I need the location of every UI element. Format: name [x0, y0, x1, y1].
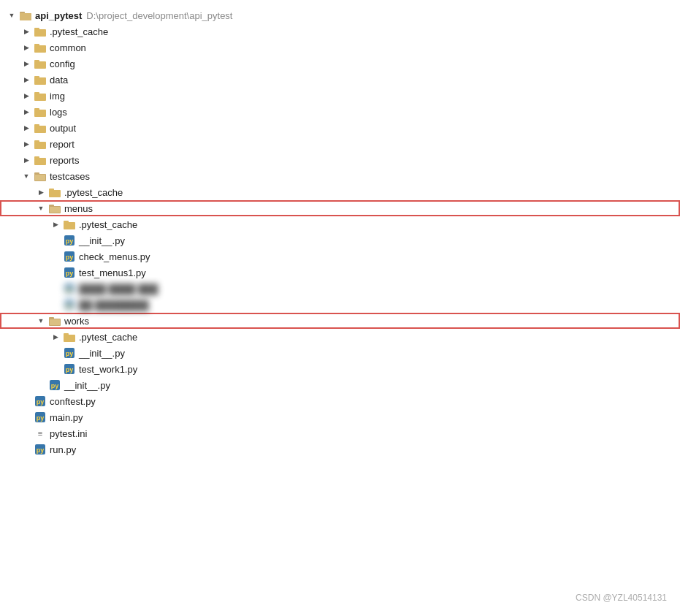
img-arrow[interactable] — [20, 90, 32, 102]
init-tc-label: __init__.py — [64, 380, 110, 391]
main-icon: py — [34, 411, 47, 423]
test-work1-label: test_work1.py — [79, 364, 137, 375]
init-menus-icon: py — [63, 235, 76, 246]
config-icon — [34, 58, 47, 69]
pytest-cache-tc-arrow[interactable] — [35, 186, 47, 198]
svg-rect-42 — [49, 317, 54, 319]
svg-rect-22 — [34, 172, 39, 175]
init-tc-item[interactable]: py __init__.py — [0, 377, 680, 393]
pytest-cache-works-arrow[interactable] — [50, 331, 61, 343]
check-menus-label: check_menus.py — [79, 251, 150, 262]
test-work1-icon: py — [63, 363, 76, 375]
run-item[interactable]: py run.py — [0, 441, 680, 457]
svg-rect-5 — [34, 45, 46, 53]
reports-label: reports — [50, 155, 79, 166]
output-arrow[interactable] — [20, 122, 32, 134]
init-works-icon: py — [63, 347, 76, 359]
main-item[interactable]: py main.py — [0, 409, 680, 425]
svg-rect-19 — [34, 158, 46, 165]
pytest-cache-tc-item[interactable]: .pytest_cache — [0, 184, 680, 200]
init-works-item[interactable]: py __init__.py — [0, 345, 680, 361]
pytest-cache-root-label: .pytest_cache — [50, 26, 108, 37]
pytest-ini-item[interactable]: ≡ pytest.ini — [0, 425, 680, 441]
pytest-cache-menus-arrow[interactable] — [50, 218, 61, 230]
svg-text:py: py — [66, 302, 74, 309]
common-arrow[interactable] — [20, 42, 32, 53]
pytest-cache-root-item[interactable]: .pytest_cache — [0, 23, 680, 39]
file-tree: api_pytest D:\project_development\api_py… — [0, 0, 680, 465]
svg-text:py: py — [66, 366, 74, 373]
blurred-item-1: py ████ ████ ███ — [0, 281, 680, 297]
root-folder[interactable]: api_pytest D:\project_development\api_py… — [0, 7, 680, 23]
init-menus-item[interactable]: py __init__.py — [0, 232, 680, 248]
run-label: run.py — [50, 444, 76, 455]
test-menus1-item[interactable]: py test_menus1.py — [0, 265, 680, 281]
pytest-cache-works-icon — [63, 332, 76, 342]
output-item[interactable]: output — [0, 120, 680, 136]
report-label: report — [50, 139, 75, 150]
logs-icon — [34, 107, 47, 117]
test-work1-item[interactable]: py test_work1.py — [0, 361, 680, 377]
report-arrow[interactable] — [20, 138, 32, 150]
svg-text:py: py — [37, 414, 45, 422]
svg-rect-7 — [34, 61, 46, 69]
reports-arrow[interactable] — [20, 154, 32, 166]
testcases-icon — [34, 171, 47, 181]
svg-rect-17 — [34, 142, 46, 149]
svg-rect-4 — [34, 28, 39, 30]
svg-rect-6 — [34, 44, 39, 46]
menus-icon — [48, 203, 61, 213]
report-item[interactable]: report — [0, 136, 680, 152]
blurred-item-2: py ██ ████████ — [0, 297, 680, 313]
svg-rect-43 — [50, 319, 60, 325]
img-item[interactable]: img — [0, 88, 680, 104]
pytest-cache-works-item[interactable]: .pytest_cache — [0, 329, 680, 345]
svg-text:py: py — [66, 270, 74, 277]
logs-arrow[interactable] — [20, 106, 32, 118]
pytest-cache-tc-icon — [48, 187, 61, 197]
svg-rect-11 — [34, 94, 46, 101]
svg-rect-18 — [34, 140, 39, 142]
logs-label: logs — [50, 107, 67, 118]
check-menus-item[interactable]: py check_menus.py — [0, 248, 680, 265]
svg-rect-29 — [64, 222, 75, 229]
testcases-item[interactable]: testcases — [0, 168, 680, 184]
works-item[interactable]: works — [0, 313, 680, 329]
test-menus1-icon: py — [63, 267, 76, 278]
svg-rect-30 — [64, 221, 69, 223]
config-arrow[interactable] — [20, 58, 32, 69]
svg-rect-28 — [50, 207, 60, 213]
testcases-arrow[interactable] — [20, 170, 32, 182]
svg-text:py: py — [66, 254, 74, 261]
svg-rect-45 — [64, 333, 69, 335]
logs-item[interactable]: logs — [0, 104, 680, 120]
main-label: main.py — [50, 412, 83, 423]
svg-text:py: py — [66, 286, 74, 293]
check-menus-icon: py — [63, 251, 76, 262]
svg-rect-13 — [34, 110, 46, 117]
works-arrow[interactable] — [35, 315, 47, 327]
run-icon: py — [34, 444, 47, 455]
root-path: D:\project_development\api_pytest — [86, 10, 232, 21]
menus-arrow[interactable] — [35, 202, 47, 214]
svg-rect-23 — [35, 175, 45, 180]
conftest-item[interactable]: py conftest.py — [0, 393, 680, 409]
config-item[interactable]: config — [0, 56, 680, 72]
pytest-cache-menus-item[interactable]: .pytest_cache — [0, 216, 680, 232]
output-label: output — [50, 123, 76, 134]
init-tc-icon: py — [48, 379, 61, 391]
data-arrow[interactable] — [20, 74, 32, 85]
svg-rect-10 — [34, 76, 39, 78]
root-arrow[interactable] — [6, 9, 18, 21]
svg-rect-15 — [34, 126, 46, 133]
svg-text:py: py — [37, 446, 45, 454]
data-item[interactable]: data — [0, 72, 680, 88]
root-folder-icon — [19, 10, 32, 20]
common-item[interactable]: common — [0, 39, 680, 56]
pytest-cache-root-arrow[interactable] — [20, 26, 32, 37]
reports-item[interactable]: reports — [0, 152, 680, 168]
menus-item[interactable]: menus — [0, 200, 680, 216]
watermark: CSDN @YZL40514131 — [576, 593, 667, 603]
blurred1-label: ████ ████ ███ — [79, 284, 158, 294]
config-label: config — [50, 58, 75, 69]
